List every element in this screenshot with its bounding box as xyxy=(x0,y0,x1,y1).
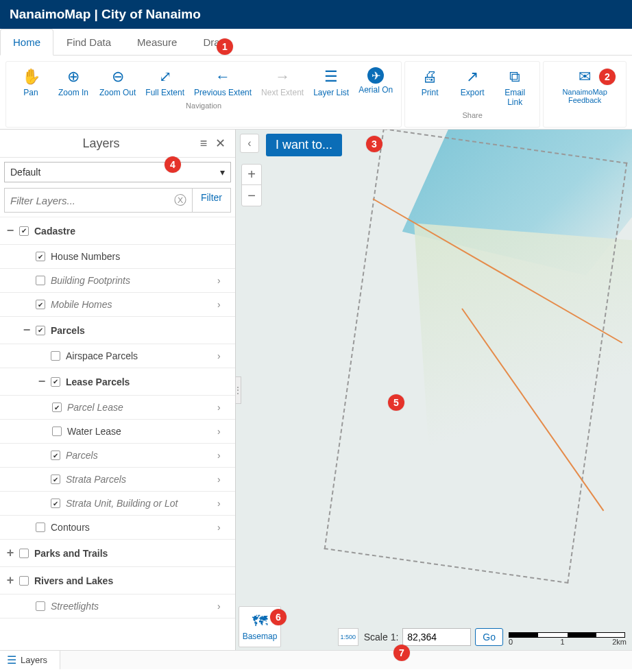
globe-icon: ✈ xyxy=(367,67,384,84)
aerial-on-button[interactable]: ✈ Aerial On xyxy=(354,64,397,100)
chevron-right-icon[interactable]: › xyxy=(217,402,231,413)
checkbox-icon[interactable]: ✔ xyxy=(36,252,45,261)
map-status-bar: 🗺 Basemap 1:500 Scale 1: Go 0 1 2km xyxy=(236,608,632,650)
print-button[interactable]: 🖨 Print xyxy=(409,64,450,110)
panel-collapse-button[interactable]: ‹ xyxy=(240,134,259,153)
checkbox-icon[interactable]: ✔ xyxy=(51,377,60,387)
checkbox-icon[interactable] xyxy=(19,576,29,586)
i-want-to-button[interactable]: I want to... xyxy=(266,134,342,156)
zoom-in-map-button[interactable]: + xyxy=(242,165,261,185)
checkbox-icon[interactable] xyxy=(19,549,29,558)
checkbox-icon[interactable] xyxy=(51,351,60,361)
scale-input[interactable] xyxy=(402,628,471,646)
tab-find-data[interactable]: Find Data xyxy=(53,29,124,55)
tab-draw[interactable]: Draw xyxy=(190,29,240,55)
layers-panel-title: Layers xyxy=(7,136,195,151)
layer-parcels-group[interactable]: − ✔ Parcels xyxy=(0,317,235,344)
collapse-icon[interactable]: − xyxy=(36,374,48,389)
expand-icon[interactable]: + xyxy=(4,573,16,588)
clear-filter-icon[interactable]: ⓧ xyxy=(174,192,186,208)
export-icon: ↗ xyxy=(463,67,482,86)
checkbox-icon[interactable]: ✔ xyxy=(36,326,45,335)
chevron-right-icon[interactable]: › xyxy=(217,426,231,437)
annotation-badge-4: 4 xyxy=(165,156,181,173)
checkbox-icon[interactable] xyxy=(36,276,45,285)
zoom-out-icon: ⊖ xyxy=(108,67,127,86)
zoom-in-button[interactable]: ⊕ Zoom In xyxy=(53,64,94,100)
layer-water-lease[interactable]: Water Lease › xyxy=(0,420,235,444)
layer-parcels[interactable]: ✔ Parcels › xyxy=(0,444,235,468)
layer-tree[interactable]: − ✔ Cadastre ✔ House Numbers Building Fo… xyxy=(0,217,235,650)
layer-parcel-lease[interactable]: ✔ Parcel Lease › xyxy=(0,396,235,420)
forward-arrow-icon: → xyxy=(273,67,292,86)
scale-selector-button[interactable]: 1:500 xyxy=(338,628,358,646)
app-title: NanaimoMap | City of Nanaimo xyxy=(10,7,201,21)
filter-input-wrap: ⓧ xyxy=(4,188,193,213)
panel-close-icon[interactable]: ✕ xyxy=(212,135,228,152)
checkbox-icon[interactable]: ✔ xyxy=(51,499,60,508)
checkbox-icon[interactable] xyxy=(36,523,45,532)
annotation-badge-2: 2 xyxy=(599,69,616,85)
ribbon: ✋ Pan ⊕ Zoom In ⊖ Zoom Out ⤢ Full Extent… xyxy=(0,56,632,130)
panel-resize-handle[interactable]: ⋮ xyxy=(236,376,241,404)
annotation-badge-6: 6 xyxy=(270,609,287,625)
share-group-label: Share xyxy=(463,111,483,119)
back-arrow-icon: ← xyxy=(213,67,232,86)
zoom-control: + − xyxy=(241,164,262,206)
layer-streetlights[interactable]: Streetlights › xyxy=(0,595,235,619)
checkbox-icon[interactable]: ✔ xyxy=(36,300,45,309)
annotation-badge-5: 5 xyxy=(388,394,404,411)
layer-mobile-homes[interactable]: ✔ Mobile Homes › xyxy=(0,293,235,317)
map-canvas[interactable]: ‹ I want to... + − ⋮ 🗺 Basemap 1:500 Sca… xyxy=(236,130,632,650)
layer-house-numbers[interactable]: ✔ House Numbers xyxy=(0,245,235,269)
collapse-icon[interactable]: − xyxy=(4,224,16,238)
chevron-right-icon[interactable]: › xyxy=(217,299,231,310)
zoom-out-map-button[interactable]: − xyxy=(242,185,261,206)
zoom-out-button[interactable]: ⊖ Zoom Out xyxy=(95,64,140,100)
checkbox-icon[interactable]: ✔ xyxy=(19,226,29,236)
collapse-icon[interactable]: − xyxy=(21,323,33,337)
annotation-badge-7: 7 xyxy=(393,645,410,661)
layer-contours[interactable]: Contours › xyxy=(0,516,235,540)
layer-parks-trails[interactable]: + Parks and Trails xyxy=(0,540,235,567)
chevron-right-icon[interactable]: › xyxy=(217,474,231,485)
export-button[interactable]: ↗ Export xyxy=(452,64,493,110)
scale-go-button[interactable]: Go xyxy=(475,628,503,646)
chevron-right-icon[interactable]: › xyxy=(217,601,231,612)
footer-tabs: ☰ Layers xyxy=(0,650,632,669)
next-extent-button: → Next Extent xyxy=(257,64,308,100)
print-icon: 🖨 xyxy=(420,67,439,86)
filter-button[interactable]: Filter xyxy=(193,188,231,213)
chevron-right-icon[interactable]: › xyxy=(217,498,231,509)
checkbox-icon[interactable] xyxy=(52,427,62,436)
chevron-right-icon[interactable]: › xyxy=(217,275,231,286)
layer-strata-unit[interactable]: ✔ Strata Unit, Building or Lot › xyxy=(0,492,235,516)
layer-strata-parcels[interactable]: ✔ Strata Parcels › xyxy=(0,468,235,492)
full-extent-button[interactable]: ⤢ Full Extent xyxy=(141,64,189,100)
panel-menu-icon[interactable]: ≡ xyxy=(195,135,212,152)
footer-tab-layers[interactable]: ☰ Layers xyxy=(0,651,60,669)
layer-list-button[interactable]: ☰ Layer List xyxy=(309,64,353,100)
checkbox-icon[interactable]: ✔ xyxy=(51,475,60,484)
chevron-right-icon[interactable]: › xyxy=(217,350,231,361)
checkbox-icon[interactable] xyxy=(36,601,45,611)
pan-button[interactable]: ✋ Pan xyxy=(10,64,51,100)
tab-home[interactable]: Home xyxy=(0,29,53,56)
layer-airspace-parcels[interactable]: Airspace Parcels › xyxy=(0,344,235,368)
expand-icon[interactable]: + xyxy=(4,546,16,560)
email-link-button[interactable]: ⧉ Email Link xyxy=(494,64,535,110)
checkbox-icon[interactable]: ✔ xyxy=(51,451,60,460)
tab-measure[interactable]: Measure xyxy=(124,29,190,55)
layer-lease-parcels[interactable]: − ✔ Lease Parcels xyxy=(0,368,235,396)
layer-building-footprints[interactable]: Building Footprints › xyxy=(0,269,235,293)
navigation-group-label: Navigation xyxy=(186,101,221,110)
chevron-right-icon[interactable]: › xyxy=(217,522,231,533)
layer-rivers-lakes[interactable]: + Rivers and Lakes xyxy=(0,567,235,595)
checkbox-icon[interactable]: ✔ xyxy=(52,403,62,412)
filter-layers-input[interactable] xyxy=(10,195,174,206)
layer-theme-select[interactable]: Default ▾ xyxy=(4,162,231,182)
chevron-right-icon[interactable]: › xyxy=(217,450,231,461)
zoom-in-icon: ⊕ xyxy=(64,67,83,86)
previous-extent-button[interactable]: ← Previous Extent xyxy=(190,64,256,100)
layer-cadastre[interactable]: − ✔ Cadastre xyxy=(0,217,235,245)
